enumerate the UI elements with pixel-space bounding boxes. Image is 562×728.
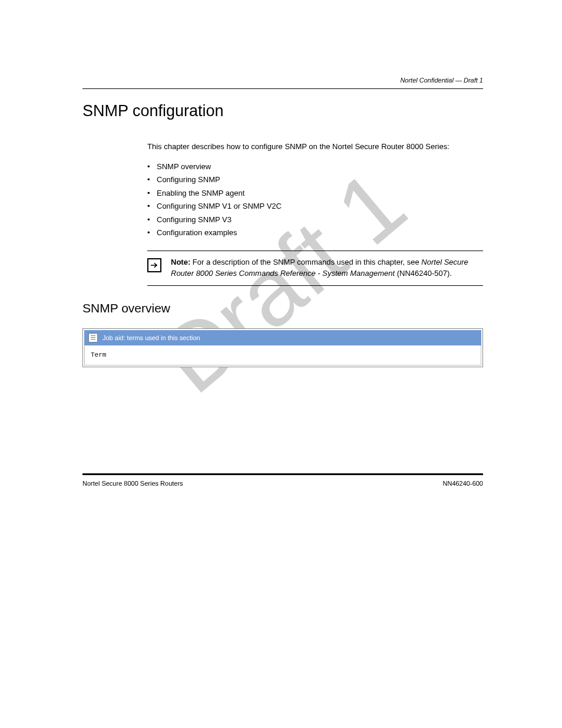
arrow-right-icon — [147, 258, 161, 272]
intro-paragraph: This chapter describes how to configure … — [147, 141, 483, 153]
section-title: SNMP overview — [82, 301, 483, 315]
note-label: Note: — [171, 258, 190, 266]
list-item: Configuring SNMP V3 — [147, 214, 483, 226]
job-aid-header: Job aid: terms used in this section — [84, 330, 481, 345]
job-aid-body: Term — [84, 345, 481, 365]
topic-list: SNMP overview Configuring SNMP Enabling … — [147, 161, 483, 239]
running-head: Nortel Confidential — Draft 1 — [82, 77, 483, 84]
list-item: Enabling the SNMP agent — [147, 187, 483, 199]
job-aid-box: Job aid: terms used in this section Term — [82, 328, 483, 367]
footer-right: NN46240-600 — [443, 480, 484, 487]
chapter-title: SNMP configuration — [82, 102, 483, 120]
note-block: Note: For a description of the SNMP comm… — [147, 251, 483, 285]
footer-left: Nortel Secure 8000 Series Routers — [82, 480, 183, 487]
header-rule — [82, 88, 483, 89]
page-footer: Nortel Secure 8000 Series Routers NN4624… — [82, 480, 483, 487]
job-aid-header-text: Job aid: terms used in this section — [103, 334, 200, 341]
note-text-after: (NN46240-507). — [395, 269, 452, 278]
list-item: Configuring SNMP — [147, 174, 483, 186]
note-bottom-rule — [147, 285, 483, 286]
list-item: SNMP overview — [147, 161, 483, 173]
note-text-before: For a description of the SNMP commands u… — [193, 258, 422, 266]
footer-rule — [82, 473, 483, 475]
list-item: Configuration examples — [147, 227, 483, 239]
list-item: Configuring SNMP V1 or SNMP V2C — [147, 200, 483, 212]
document-icon — [88, 333, 98, 342]
